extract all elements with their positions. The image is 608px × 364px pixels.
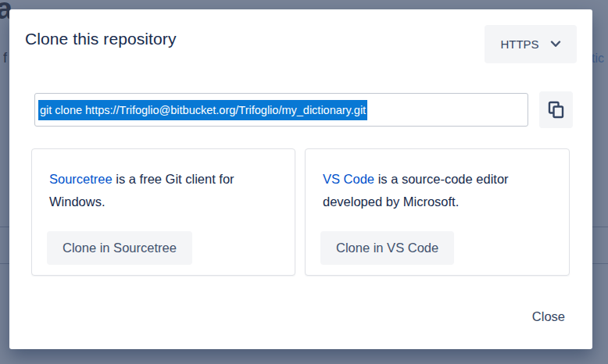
modal-title: Clone this repository	[25, 30, 177, 48]
clone-in-vscode-button[interactable]: Clone in VS Code	[320, 231, 454, 265]
page-background: a f tic Clone this repository HTTPS git …	[0, 0, 608, 364]
sourcetree-link[interactable]: Sourcetree	[49, 172, 113, 186]
protocol-select[interactable]: HTTPS	[485, 25, 577, 63]
clone-url-input[interactable]: git clone https://Trifoglio@bitbucket.or…	[34, 93, 528, 127]
vscode-link[interactable]: VS Code	[323, 172, 374, 186]
sourcetree-card: Sourcetree is a free Git client for Wind…	[31, 148, 295, 276]
chevron-down-icon	[550, 41, 561, 48]
background-text-fragment: tic	[592, 52, 604, 66]
vscode-description: VS Code is a source-code editor develope…	[323, 168, 555, 213]
vscode-card: VS Code is a source-code editor develope…	[305, 148, 570, 276]
protocol-select-value: HTTPS	[500, 37, 538, 51]
sourcetree-description: Sourcetree is a free Git client for Wind…	[49, 168, 281, 213]
background-text-fragment: f	[3, 50, 7, 66]
clone-in-sourcetree-button[interactable]: Clone in Sourcetree	[47, 231, 192, 265]
copy-icon	[548, 101, 564, 119]
clone-url-selected-text: git clone https://Trifoglio@bitbucket.or…	[38, 100, 367, 120]
copy-button[interactable]	[539, 91, 573, 128]
close-button[interactable]: Close	[532, 309, 565, 324]
clone-repository-modal: Clone this repository HTTPS git clone ht…	[9, 9, 592, 349]
